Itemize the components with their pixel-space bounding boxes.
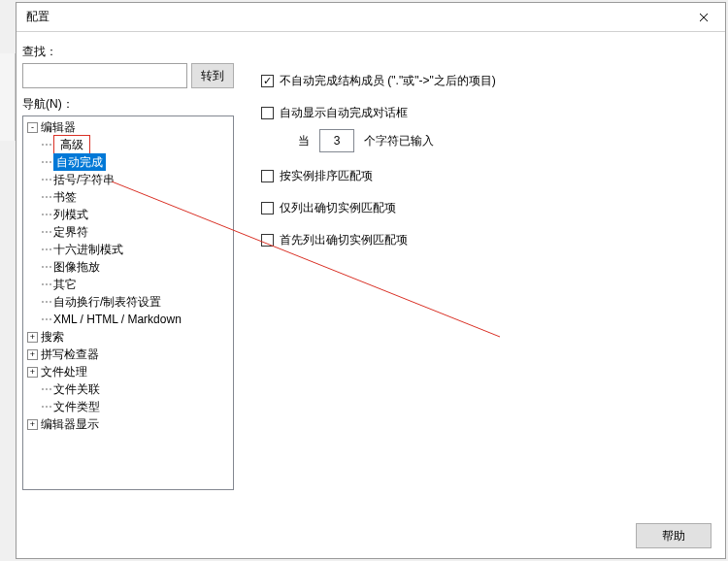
nav-label: 导航(N)： [22, 96, 234, 113]
tree-item[interactable]: ⋯文件关联 [23, 380, 233, 398]
background-edge [0, 53, 16, 141]
option-label: 自动显示自动完成对话框 [280, 105, 408, 121]
footer: 帮助 [636, 523, 711, 548]
tree-item-label: 搜索 [41, 328, 64, 346]
find-controls: 转到 [22, 63, 234, 88]
tree-item[interactable]: -编辑器 [23, 118, 233, 136]
tree-item[interactable]: ⋯其它 [23, 276, 233, 293]
tree-item-label: 十六进制模式 [53, 241, 123, 258]
tree-item-label: 自动换行/制表符设置 [53, 293, 161, 311]
tree-item[interactable]: ⋯文件类型 [23, 398, 233, 415]
left-panel: 查找： 转到 导航(N)： -编辑器⋯高级⋯自动完成⋯括号/字符串⋯书签⋯列模式… [22, 44, 234, 558]
tree-item[interactable]: +搜索 [23, 328, 233, 346]
expand-icon[interactable]: + [27, 349, 38, 360]
option-label: 不自动完成结构成员 ("."或"->"之后的项目) [280, 73, 496, 89]
tree-leaf-icon: ⋯ [41, 311, 51, 328]
prefix-label: 当 [298, 133, 310, 149]
tree-leaf-icon: ⋯ [41, 153, 51, 171]
tree-item[interactable]: ⋯高级 [23, 136, 233, 153]
option-auto-show-dialog[interactable]: 自动显示自动完成对话框 [261, 105, 706, 121]
char-count-input[interactable] [319, 129, 354, 152]
suffix-label: 个字符已输入 [364, 133, 434, 149]
option-exact-first[interactable]: 首先列出确切实例匹配项 [261, 232, 706, 248]
tree-item[interactable]: ⋯列模式 [23, 206, 233, 223]
tree-item[interactable]: ⋯十六进制模式 [23, 241, 233, 258]
tree-leaf-icon: ⋯ [41, 293, 51, 311]
collapse-icon[interactable]: - [27, 122, 38, 133]
tree-item-label: 括号/字符串 [53, 171, 115, 188]
tree-item[interactable]: +拼写检查器 [23, 346, 233, 363]
tree-item-label: 拼写检查器 [41, 346, 99, 363]
option-char-count: 当 个字符已输入 [261, 129, 706, 152]
tree-item-label: 图像拖放 [53, 258, 100, 276]
tree-item[interactable]: ⋯自动换行/制表符设置 [23, 293, 233, 311]
dialog-body: 查找： 转到 导航(N)： -编辑器⋯高级⋯自动完成⋯括号/字符串⋯书签⋯列模式… [17, 32, 725, 558]
tree-item-label: 定界符 [53, 223, 88, 241]
tree-item-label: 文件处理 [41, 363, 87, 380]
help-button[interactable]: 帮助 [636, 523, 711, 548]
options-panel: 不自动完成结构成员 ("."或"->"之后的项目) 自动显示自动完成对话框 当 … [234, 44, 725, 558]
nav-tree[interactable]: -编辑器⋯高级⋯自动完成⋯括号/字符串⋯书签⋯列模式⋯定界符⋯十六进制模式⋯图像… [22, 116, 234, 490]
find-label: 查找： [22, 44, 234, 60]
tree-leaf-icon: ⋯ [41, 136, 51, 153]
tree-item-label: 编辑器 [41, 118, 76, 136]
checkbox-icon[interactable] [261, 202, 274, 214]
window-title: 配置 [26, 9, 682, 25]
tree-leaf-icon: ⋯ [41, 258, 51, 276]
tree-item[interactable]: ⋯括号/字符串 [23, 171, 233, 188]
close-icon [699, 13, 709, 22]
checkbox-icon[interactable] [261, 107, 274, 119]
tree-item-label: 编辑器显示 [41, 415, 99, 433]
tree-leaf-icon: ⋯ [41, 398, 51, 415]
checkbox-icon[interactable] [261, 75, 274, 87]
checkbox-icon[interactable] [261, 234, 274, 247]
option-only-exact[interactable]: 仅列出确切实例匹配项 [261, 200, 706, 216]
tree-item-label: 高级 [53, 135, 90, 154]
close-button[interactable] [682, 3, 725, 31]
titlebar: 配置 [17, 3, 725, 32]
tree-leaf-icon: ⋯ [41, 171, 51, 188]
tree-item[interactable]: +编辑器显示 [23, 415, 233, 433]
tree-item[interactable]: ⋯图像拖放 [23, 258, 233, 276]
tree-leaf-icon: ⋯ [41, 188, 51, 206]
tree-item[interactable]: ⋯自动完成 [23, 153, 233, 171]
expand-icon[interactable]: + [27, 332, 38, 343]
option-label: 按实例排序匹配项 [280, 168, 373, 184]
tree-item-label: 列模式 [53, 206, 88, 223]
tree-item-label: 其它 [53, 276, 77, 293]
goto-button[interactable]: 转到 [191, 63, 234, 88]
tree-leaf-icon: ⋯ [41, 380, 51, 398]
tree-item-label: 书签 [53, 188, 77, 206]
option-sort-by-instance[interactable]: 按实例排序匹配项 [261, 168, 706, 184]
tree-item-label: XML / HTML / Markdown [53, 311, 182, 328]
checkbox-icon[interactable] [261, 170, 274, 182]
tree-item[interactable]: ⋯XML / HTML / Markdown [23, 311, 233, 328]
tree-leaf-icon: ⋯ [41, 241, 51, 258]
config-dialog: 配置 查找： 转到 导航(N)： -编辑器⋯高级⋯自动完成⋯括号/字符串⋯书签⋯… [16, 2, 726, 559]
tree-item[interactable]: ⋯书签 [23, 188, 233, 206]
tree-item[interactable]: ⋯定界符 [23, 223, 233, 241]
option-no-auto-struct[interactable]: 不自动完成结构成员 ("."或"->"之后的项目) [261, 73, 706, 89]
tree-leaf-icon: ⋯ [41, 276, 51, 293]
tree-leaf-icon: ⋯ [41, 223, 51, 241]
tree-item-label: 文件类型 [53, 398, 100, 415]
tree-item[interactable]: +文件处理 [23, 363, 233, 380]
find-input[interactable] [22, 63, 187, 88]
tree-leaf-icon: ⋯ [41, 206, 51, 223]
option-label: 仅列出确切实例匹配项 [280, 200, 396, 216]
tree-item-label: 文件关联 [53, 380, 100, 398]
expand-icon[interactable]: + [27, 419, 38, 430]
option-label: 首先列出确切实例匹配项 [280, 232, 408, 248]
expand-icon[interactable]: + [27, 367, 38, 378]
tree-item-label: 自动完成 [53, 153, 106, 171]
